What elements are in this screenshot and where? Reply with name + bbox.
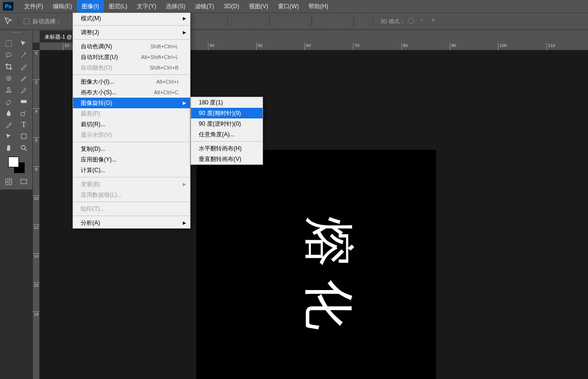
svg-point-4 (21, 112, 25, 116)
menu-item[interactable]: 自动对比度(U)Alt+Shift+Ctrl+L (73, 52, 190, 62)
foreground-swatch[interactable] (8, 157, 19, 167)
menu-item[interactable]: 90 度(逆时针)(0) (191, 118, 263, 129)
auto-select-checkbox[interactable] (24, 18, 29, 24)
align-icon (233, 17, 241, 26)
marquee-tool[interactable] (1, 38, 16, 49)
align-icon (191, 17, 199, 26)
shape-tool[interactable] (16, 131, 32, 142)
separator (311, 16, 312, 27)
image-rotation-submenu: 180 度(1)90 度(顺时针)(9)90 度(逆时针)(0)任意角度(A).… (191, 97, 263, 165)
auto-select-label: 自动选择： (32, 17, 61, 26)
menu-文件(F)[interactable]: 文件(F) (19, 0, 48, 13)
eyedropper-tool[interactable] (16, 61, 32, 73)
menu-图层(L)[interactable]: 图层(L) (104, 0, 132, 13)
menu-item[interactable]: 任意角度(A)... (191, 129, 263, 140)
align-icon (202, 17, 211, 26)
artboard: 熔化 (196, 150, 436, 379)
menu-视图(V)[interactable]: 视图(V) (244, 0, 273, 13)
menu-item: 变量(B)▶ (73, 179, 190, 190)
distribute-icon (298, 17, 307, 26)
pen-tool[interactable] (1, 119, 16, 131)
svg-rect-9 (21, 179, 27, 184)
separator (269, 16, 270, 27)
svg-point-1 (6, 53, 11, 57)
canvas-text: 化 (294, 279, 362, 330)
path-tool[interactable] (1, 131, 16, 142)
heal-tool[interactable] (1, 73, 16, 84)
menu-item: 自动颜色(O)Shift+Ctrl+B (73, 62, 190, 73)
menu-item: 应用数据组(L)... (73, 190, 190, 200)
brush-tool[interactable] (16, 73, 32, 84)
distribute-icon (317, 17, 325, 26)
3d-icon: ✦ (431, 17, 440, 26)
3d-mode-label: 3D 模式： (381, 18, 405, 25)
color-swatches[interactable] (7, 156, 26, 174)
gradient-tool[interactable] (16, 96, 32, 107)
align-icon (244, 17, 253, 26)
menu-item[interactable]: 复制(D)... (73, 144, 190, 154)
lasso-tool[interactable] (1, 49, 16, 61)
menu-item[interactable]: 图像大小(I)...Alt+Ctrl+I (73, 76, 190, 87)
move-tool-icon (4, 16, 14, 26)
menu-文字(Y)[interactable]: 文字(Y) (132, 0, 161, 13)
image-menu: 模式(M)▶调整(J)▶自动色调(N)Shift+Ctrl+L自动对比度(U)A… (73, 13, 191, 229)
stamp-tool[interactable] (1, 84, 16, 96)
distribute-icon (275, 17, 283, 26)
menu-3D(D)[interactable]: 3D(D) (219, 0, 244, 13)
menu-item: 裁剪(P) (73, 108, 190, 119)
move-tool[interactable] (16, 38, 32, 49)
vertical-ruler: 024681012141618 (33, 50, 40, 379)
misc-icon (359, 17, 368, 26)
svg-point-6 (21, 146, 25, 149)
menu-滤镜(T)[interactable]: 滤镜(T) (190, 0, 219, 13)
blur-tool[interactable] (1, 107, 16, 119)
zoom-tool[interactable] (16, 142, 32, 154)
history-brush-tool[interactable] (16, 84, 32, 96)
menu-编辑(E)[interactable]: 编辑(E) (48, 0, 77, 13)
document-tab[interactable]: 未标题-1 @ (40, 30, 77, 43)
menu-item[interactable]: 画布大小(S)...Alt+Ctrl+C (73, 87, 190, 98)
distribute-icon (328, 17, 337, 26)
separator (18, 16, 19, 27)
menu-帮助(H)[interactable]: 帮助(H) (304, 0, 333, 13)
distribute-icon (340, 17, 349, 26)
eraser-tool[interactable] (1, 96, 16, 107)
menu-item[interactable]: 垂直翻转画布(V) (191, 154, 263, 164)
dodge-tool[interactable] (16, 107, 32, 119)
svg-rect-5 (21, 134, 26, 139)
panel-grip[interactable] (1, 32, 31, 37)
separator (353, 16, 354, 27)
menu-item[interactable]: 图像旋转(G)▶ (73, 98, 190, 108)
hand-tool[interactable] (1, 142, 16, 154)
distribute-icon (286, 17, 295, 26)
menu-选择(S)[interactable]: 选择(S) (161, 0, 190, 13)
screenmode-tool[interactable] (16, 176, 32, 188)
wand-tool[interactable] (16, 49, 32, 61)
crop-tool[interactable] (1, 61, 16, 73)
menu-item[interactable]: 180 度(1) (191, 97, 263, 108)
menu-item[interactable]: 模式(M)▶ (73, 13, 190, 24)
menu-item[interactable]: 计算(C)... (73, 165, 190, 175)
svg-rect-0 (6, 41, 12, 46)
menubar: Ps 文件(F)编辑(E)图像(I)图层(L)文字(Y)选择(S)滤镜(T)3D… (0, 0, 588, 13)
menu-item[interactable]: 水平翻转画布(H) (191, 143, 263, 154)
3d-icon: ✧ (419, 17, 428, 26)
menu-item[interactable]: 裁切(R)... (73, 119, 190, 130)
menu-图像(I)[interactable]: 图像(I) (77, 0, 103, 13)
app-logo: Ps (3, 2, 14, 11)
menu-item[interactable]: 90 度(顺时针)(9) (191, 108, 263, 118)
3d-icon: ◯ (408, 17, 416, 26)
quickmask-tool[interactable] (1, 176, 16, 188)
menu-item[interactable]: 分析(A)▶ (73, 218, 190, 228)
separator (372, 16, 373, 27)
svg-rect-3 (21, 100, 27, 103)
svg-point-8 (7, 180, 10, 183)
menu-item[interactable]: 自动色调(N)Shift+Ctrl+L (73, 41, 190, 52)
type-tool[interactable]: T (16, 119, 32, 131)
menu-item[interactable]: 应用图像(Y)... (73, 154, 190, 165)
menu-item: 陷印(T)... (73, 204, 190, 214)
align-icon (256, 17, 265, 26)
menu-item[interactable]: 调整(J)▶ (73, 27, 190, 38)
menu-窗口(W)[interactable]: 窗口(W) (273, 0, 304, 13)
svg-rect-7 (6, 179, 12, 185)
